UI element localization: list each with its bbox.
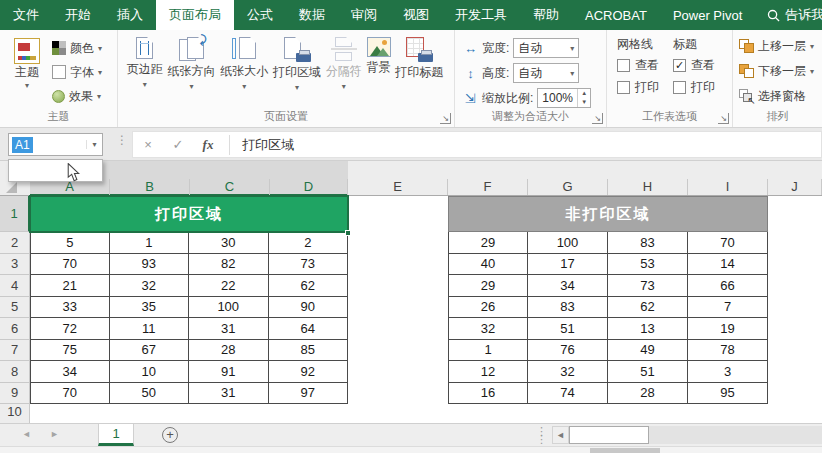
non-print-table-cell[interactable]: 29 [448, 275, 528, 297]
scale-to-fit-dialog-launcher-icon[interactable]: ↘ [592, 113, 603, 124]
margins-button[interactable]: 页边距▾ [127, 35, 163, 109]
enter-icon[interactable]: ✓ [163, 137, 193, 152]
insert-function-icon[interactable]: fx [193, 137, 223, 153]
column-header-H[interactable]: H [608, 179, 688, 195]
print-table-cell[interactable]: 28 [189, 340, 269, 362]
print-area-title-cell[interactable]: 打印区域 [30, 196, 348, 232]
ribbon-tab-insert[interactable]: 插入 [104, 0, 156, 30]
print-table-cell[interactable]: 85 [269, 340, 349, 362]
print-table-cell[interactable]: 50 [110, 383, 190, 405]
non-print-table-cell[interactable]: 16 [448, 383, 528, 405]
print-table-cell[interactable]: 64 [269, 318, 349, 340]
headings-print-row[interactable]: 打印 [673, 79, 715, 96]
selection-pane-button[interactable]: ↖选择窗格 [739, 86, 820, 106]
themes-button[interactable]: 主题 ▾ [6, 36, 48, 109]
effects-button[interactable]: 效果▾ [52, 86, 102, 106]
print-table-cell[interactable]: 70 [30, 383, 110, 405]
checkbox-headings-view[interactable]: ✓ [673, 59, 686, 72]
ribbon-tab-help[interactable]: 帮助 [520, 0, 572, 30]
print-table-cell[interactable]: 31 [189, 383, 269, 405]
print-table-cell[interactable]: 100 [189, 297, 269, 319]
print-table-cell[interactable]: 21 [30, 275, 110, 297]
print-table-cell[interactable]: 97 [269, 383, 349, 405]
non-print-table-cell[interactable]: 12 [448, 361, 528, 383]
column-header-F[interactable]: F [448, 179, 528, 195]
cancel-icon[interactable]: × [133, 137, 163, 152]
row-header-7[interactable]: 7 [0, 340, 30, 362]
non-print-table-cell[interactable]: 7 [688, 297, 768, 319]
ribbon-tab-page-layout[interactable]: 页面布局 [156, 0, 234, 30]
ribbon-tab-view[interactable]: 视图 [390, 0, 442, 30]
ribbon-tab-developer[interactable]: 开发工具 [442, 0, 520, 30]
column-header-B[interactable]: B [110, 179, 190, 195]
page-setup-dialog-launcher-icon[interactable]: ↘ [440, 113, 451, 124]
print-table-cell[interactable]: 35 [110, 297, 190, 319]
tell-me-box[interactable]: 告诉我 [757, 0, 822, 30]
row-header-8[interactable]: 8 [0, 361, 30, 383]
print-table-cell[interactable]: 73 [269, 254, 349, 276]
print-table-cell[interactable]: 91 [189, 361, 269, 383]
non-print-area-table[interactable]: 非打印区域 2910083704017531429347366268362732… [448, 196, 768, 404]
background-button[interactable]: 背景 [367, 35, 391, 109]
width-dropdown[interactable]: 自动▾ [513, 38, 579, 58]
paper-size-button[interactable]: 纸张大小▾ [220, 35, 268, 109]
send-backward-button[interactable]: 下移一层▾ [739, 61, 820, 81]
scale-spin-buttons[interactable]: ▲▼ [577, 89, 590, 107]
orientation-button[interactable]: ⤸纸张方向▾ [168, 35, 216, 109]
ribbon-tab-home[interactable]: 开始 [52, 0, 104, 30]
non-print-table-cell[interactable]: 29 [448, 232, 528, 254]
print-table-cell[interactable]: 33 [30, 297, 110, 319]
ribbon-tab-file[interactable]: 文件 [0, 0, 52, 30]
non-print-table-cell[interactable]: 70 [688, 232, 768, 254]
new-sheet-icon[interactable]: + [162, 427, 178, 443]
non-print-table-cell[interactable]: 100 [528, 232, 608, 254]
column-header-J[interactable]: J [768, 179, 822, 195]
non-print-table-cell[interactable]: 53 [608, 254, 688, 276]
print-table-cell[interactable]: 10 [110, 361, 190, 383]
print-table-cell[interactable]: 1 [110, 232, 190, 254]
column-header-D[interactable]: D [270, 179, 348, 195]
column-header-I[interactable]: I [688, 179, 768, 195]
print-table-cell[interactable]: 82 [189, 254, 269, 276]
row-header-10[interactable]: 10 [0, 404, 30, 423]
print-table-cell[interactable]: 34 [30, 361, 110, 383]
spin-up-icon[interactable]: ▲ [578, 89, 590, 98]
column-header-C[interactable]: C [190, 179, 270, 195]
name-box[interactable]: A1 ▾ [8, 133, 103, 156]
print-table-cell[interactable]: 67 [110, 340, 190, 362]
non-print-table-cell[interactable]: 40 [448, 254, 528, 276]
checkbox-gridlines-view[interactable] [617, 59, 630, 72]
ribbon-tab-review[interactable]: 审阅 [338, 0, 390, 30]
sheet-next-icon[interactable]: ► [50, 429, 59, 439]
non-print-table-cell[interactable]: 95 [688, 383, 768, 405]
row-header-6[interactable]: 6 [0, 318, 30, 340]
non-print-table-cell[interactable]: 28 [608, 383, 688, 405]
formula-bar-grip-icon[interactable]: ⋮ [116, 136, 128, 144]
print-table-cell[interactable]: 92 [269, 361, 349, 383]
row-header-4[interactable]: 4 [0, 275, 30, 297]
name-box-dropdown-icon[interactable]: ▾ [86, 140, 102, 149]
non-print-table-cell[interactable]: 14 [688, 254, 768, 276]
non-print-table-cell[interactable]: 76 [528, 340, 608, 362]
print-table-cell[interactable]: 93 [110, 254, 190, 276]
sheet-tab-1[interactable]: 1 [98, 424, 134, 446]
non-print-table-cell[interactable]: 73 [608, 275, 688, 297]
non-print-table-cell[interactable]: 1 [448, 340, 528, 362]
non-print-table-cell[interactable]: 74 [528, 383, 608, 405]
checkbox-headings-print[interactable] [673, 81, 686, 94]
print-table-cell[interactable]: 90 [269, 297, 349, 319]
print-area-button[interactable]: 打印区域▾ [273, 35, 321, 109]
headings-view-row[interactable]: ✓查看 [673, 57, 715, 74]
print-table-cell[interactable]: 75 [30, 340, 110, 362]
checkbox-gridlines-print[interactable] [617, 81, 630, 94]
non-print-table-cell[interactable]: 78 [688, 340, 768, 362]
scrollbar-thumb[interactable] [569, 426, 649, 444]
non-print-table-cell[interactable]: 49 [608, 340, 688, 362]
gridlines-view-row[interactable]: 查看 [617, 57, 659, 74]
print-table-cell[interactable]: 62 [269, 275, 349, 297]
print-table-cell[interactable]: 70 [30, 254, 110, 276]
print-table-cell[interactable]: 30 [189, 232, 269, 254]
non-print-table-cell[interactable]: 32 [528, 361, 608, 383]
print-table-cell[interactable]: 32 [110, 275, 190, 297]
column-header-E[interactable]: E [348, 179, 448, 195]
